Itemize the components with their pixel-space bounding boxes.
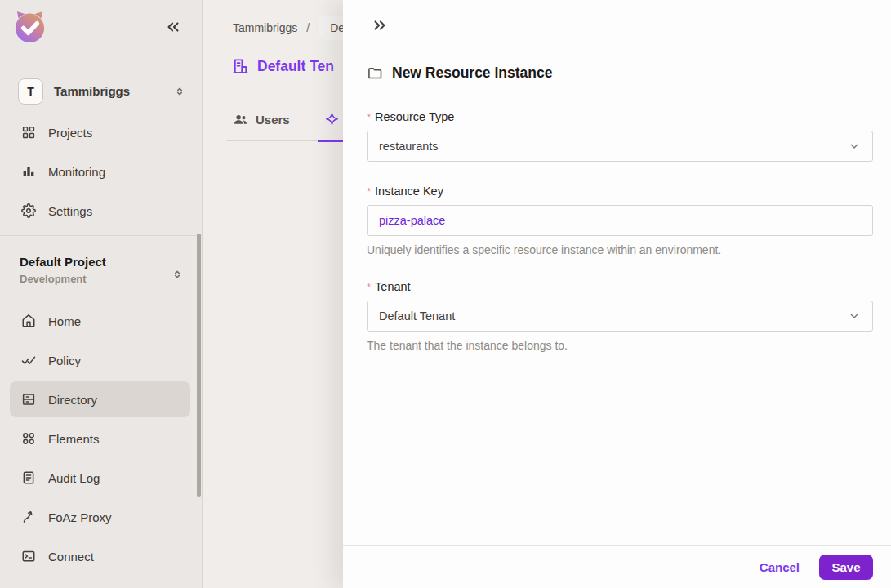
sidebar-item-settings[interactable]: Settings	[10, 193, 190, 229]
panel-title: New Resource Instance	[392, 65, 552, 82]
terminal-icon	[21, 549, 36, 564]
field-resource-type: * Resource Type restaurants	[367, 110, 873, 162]
double-check-icon	[21, 353, 36, 368]
sidebar-item-policy[interactable]: Policy	[10, 342, 190, 378]
instance-key-input[interactable]	[367, 205, 873, 236]
sidebar-item-connect[interactable]: Connect	[10, 538, 190, 574]
breadcrumb-separator: /	[306, 21, 310, 34]
required-asterisk: *	[367, 111, 371, 123]
environment-name: Development	[20, 273, 185, 285]
sidebar: T Tammibriggs Projects	[0, 0, 203, 588]
resource-instance-form: * Resource Type restaurants * Instance K…	[367, 110, 873, 352]
tab-users[interactable]: Users	[226, 105, 296, 142]
breadcrumb: Tammibriggs / De	[233, 16, 356, 40]
instance-key-label: * Instance Key	[367, 185, 873, 198]
page-title: Default Ten	[231, 57, 334, 76]
sidebar-nav-main: Home Policy Directory	[10, 303, 190, 577]
collapse-sidebar-icon[interactable]	[164, 18, 182, 36]
users-icon	[233, 112, 248, 127]
project-switcher[interactable]: Default Project Development	[20, 255, 185, 285]
resource-type-label: * Resource Type	[367, 110, 873, 123]
permit-logo-icon	[11, 7, 49, 46]
panel-footer: Cancel Save	[343, 545, 891, 588]
app-window: T Tammibriggs Projects	[0, 0, 891, 588]
grid-icon	[21, 125, 36, 140]
sidebar-nav-top: Projects Monitoring Settings	[10, 114, 190, 232]
sidebar-item-elements[interactable]: Elements	[10, 421, 190, 457]
chevron-down-icon	[848, 140, 861, 153]
save-button[interactable]: Save	[819, 555, 873, 580]
sidebar-item-label: Projects	[48, 126, 92, 140]
workspace-switcher[interactable]: T Tammibriggs	[18, 78, 186, 105]
page-title-text: Default Ten	[257, 58, 334, 75]
tenant-value: Default Tenant	[379, 310, 848, 323]
building-icon	[231, 57, 250, 76]
cancel-button[interactable]: Cancel	[760, 560, 800, 574]
gear-icon	[21, 203, 36, 218]
sidebar-item-label: Connect	[48, 550, 94, 564]
workspace-name: Tammibriggs	[54, 84, 173, 98]
sidebar-item-home[interactable]: Home	[10, 303, 190, 339]
sidebar-item-directory[interactable]: Directory	[10, 381, 190, 417]
sidebar-item-projects[interactable]: Projects	[10, 114, 190, 150]
field-tenant: * Tenant Default Tenant The tenant that …	[367, 280, 873, 352]
tenant-select[interactable]: Default Tenant	[367, 301, 873, 332]
project-name: Default Project	[20, 255, 185, 269]
expand-panel-icon[interactable]	[371, 16, 389, 34]
sidebar-item-foaz-proxy[interactable]: FoAz Proxy	[10, 499, 190, 535]
sidebar-item-label: Elements	[48, 432, 100, 446]
sidebar-scrollbar[interactable]	[197, 234, 201, 497]
circles-grid-icon	[21, 431, 36, 446]
curved-arrow-icon	[21, 510, 36, 524]
sparkle-icon	[324, 112, 340, 127]
resource-type-select[interactable]: restaurants	[367, 131, 873, 162]
panel-divider	[367, 96, 873, 96]
sidebar-item-label: Policy	[48, 354, 81, 368]
chevron-down-icon	[848, 310, 861, 323]
resource-type-value: restaurants	[379, 140, 848, 153]
tenant-helper: The tenant that the instance belongs to.	[367, 339, 873, 352]
sidebar-item-label: Settings	[48, 204, 92, 218]
instance-key-helper: Uniquely identifies a specific resource …	[367, 243, 873, 256]
document-icon	[21, 470, 36, 485]
required-asterisk: *	[367, 185, 371, 198]
bar-chart-icon	[21, 164, 36, 179]
tenant-label: * Tenant	[367, 280, 873, 293]
new-resource-instance-panel: New Resource Instance * Resource Type re…	[343, 0, 891, 588]
breadcrumb-root[interactable]: Tammibriggs	[233, 21, 297, 34]
chevron-updown-icon	[173, 85, 186, 98]
sidebar-divider	[0, 235, 202, 236]
required-asterisk: *	[367, 281, 371, 293]
tab-resource-instances[interactable]	[318, 105, 346, 142]
tab-label: Users	[256, 113, 290, 127]
panel-header: New Resource Instance	[367, 65, 552, 82]
sidebar-item-label: Audit Log	[48, 471, 100, 485]
sidebar-item-monitoring[interactable]: Monitoring	[10, 154, 190, 189]
cabinet-icon	[21, 392, 36, 407]
field-instance-key: * Instance Key Uniquely identifies a spe…	[367, 185, 873, 256]
sidebar-item-label: FoAz Proxy	[48, 510, 112, 524]
workspace-avatar: T	[18, 78, 43, 105]
chevron-updown-icon	[171, 268, 184, 281]
home-icon	[21, 314, 36, 328]
sidebar-item-audit-log[interactable]: Audit Log	[10, 460, 190, 496]
sidebar-item-label: Directory	[48, 393, 97, 407]
folder-icon	[367, 65, 383, 82]
sidebar-item-label: Monitoring	[48, 165, 105, 179]
sidebar-item-label: Home	[48, 314, 81, 328]
